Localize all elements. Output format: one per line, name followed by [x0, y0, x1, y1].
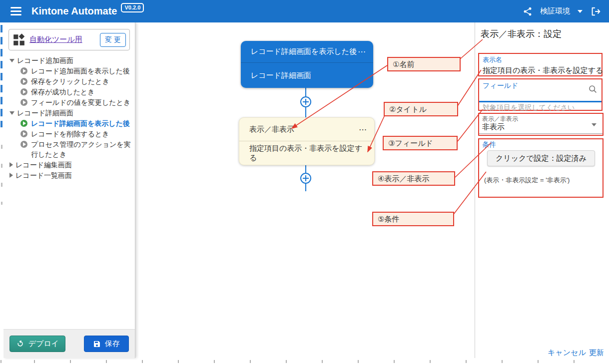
flow-node-body: レコード詳細画面	[241, 63, 373, 88]
app-grid-icon	[12, 33, 25, 46]
top-bar: Kintone Automate V0.2.0 検証環境	[0, 0, 609, 22]
play-icon	[20, 141, 27, 148]
focus-underline	[479, 101, 602, 102]
display-name-label: 表示名	[483, 55, 602, 64]
field-select-placeholder: 対象項目を選択してください	[483, 103, 575, 112]
save-button[interactable]: 保存	[84, 336, 129, 352]
change-app-button[interactable]: 変 更	[100, 33, 126, 47]
field-select-input[interactable]: フィールド 対象項目を選択してください	[478, 78, 603, 111]
search-icon[interactable]	[588, 84, 598, 96]
flow-node-header: 表示／非表示 ⋯	[239, 118, 374, 141]
display-name-value: 指定項目の表示・非表示を設定する	[483, 66, 602, 75]
sync-icon	[16, 340, 24, 348]
tree-group-record-detail[interactable]: レコード詳細画面	[3, 108, 135, 118]
scroll-markers-gray	[1, 145, 2, 205]
flow-node-header: レコード詳細画面を表示した後 ⋯	[241, 41, 373, 63]
display-name-field[interactable]: 表示名 指定項目の表示・非表示を設定する	[478, 53, 603, 76]
condition-summary: (表示・非表示設定 = '非表示')	[484, 176, 570, 185]
update-button[interactable]: 更新	[589, 348, 604, 358]
condition-configure-button[interactable]: クリックで設定：設定済み	[487, 150, 595, 166]
add-step-button[interactable]	[300, 96, 311, 107]
annotation-label-title: ②タイトル	[384, 102, 458, 116]
app-title: Kintone Automate	[31, 5, 117, 17]
play-icon	[20, 120, 27, 127]
play-icon	[20, 130, 27, 137]
annotation-label-field: ③フィールド	[383, 136, 458, 150]
tree-item-after-add-screen-shown[interactable]: レコード追加画面を表示した後	[3, 66, 135, 76]
play-icon	[20, 99, 27, 106]
tree-item-on-save-click[interactable]: 保存をクリックしたとき	[3, 76, 135, 87]
add-step-button[interactable]	[300, 173, 311, 184]
node-menu-icon[interactable]: ⋯	[359, 125, 367, 134]
select-underline	[479, 133, 603, 134]
app-name-link[interactable]: 自動化ツール用	[29, 35, 100, 44]
field-select-label: フィールド	[483, 81, 518, 90]
app-card: 自動化ツール用 変 更	[8, 29, 130, 50]
tree-item-on-process-action[interactable]: プロセス管理のアクションを実行したとき	[3, 139, 135, 160]
chevron-down-icon[interactable]	[592, 123, 597, 126]
annotation-label-condition: ⑤条件	[372, 212, 454, 226]
environment-label[interactable]: 検証環境	[540, 6, 570, 16]
tree-item-after-detail-screen-shown[interactable]: レコード詳細画面を表示した後	[3, 118, 135, 129]
flow-node-body: 指定項目の表示・非表示を設定する	[239, 141, 374, 165]
deploy-button[interactable]: デプロイ	[9, 336, 65, 352]
play-icon	[20, 88, 27, 95]
panel-title: 表示／非表示：設定	[481, 28, 562, 40]
chevron-down-icon[interactable]	[578, 10, 583, 13]
sidebar: 自動化ツール用 変 更 レコード追加画面 レコード追加画面を表示した後 保存をク…	[3, 22, 135, 358]
chevron-down-icon	[9, 111, 14, 115]
condition-field: 条件 クリックで設定：設定済み (表示・非表示設定 = '非表示')	[478, 138, 604, 198]
flow-node-trigger[interactable]: レコード詳細画面を表示した後 ⋯ レコード詳細画面	[241, 41, 373, 88]
menu-icon[interactable]	[10, 5, 21, 17]
visibility-value: 非表示	[482, 122, 505, 132]
play-icon	[20, 67, 27, 74]
tree-group-record-add[interactable]: レコード追加画面	[3, 55, 135, 66]
app-window: Kintone Automate V0.2.0 検証環境 自動化ツール用 変 更	[0, 0, 609, 364]
chevron-down-icon	[9, 59, 14, 62]
left-scroll-strip[interactable]	[0, 22, 3, 364]
node-menu-icon[interactable]: ⋯	[358, 47, 366, 56]
tree-item-on-record-delete[interactable]: レコードを削除するとき	[3, 129, 135, 139]
chevron-right-icon	[9, 162, 13, 167]
bottom-ruler-ticks	[0, 360, 609, 363]
tree-item-on-save-success[interactable]: 保存が成功したとき	[3, 87, 135, 97]
annotation-label-visibility: ④表示／非表示	[372, 171, 455, 186]
sidebar-footer: デプロイ 保存	[3, 329, 135, 358]
tree-item-on-field-change[interactable]: フィールドの値を変更したとき	[3, 97, 135, 108]
tree-group-record-list[interactable]: レコード一覧画面	[3, 170, 135, 181]
logout-icon[interactable]	[590, 6, 601, 17]
annotation-label-name: ①名前	[387, 57, 461, 71]
topbar-right: 検証環境	[523, 6, 601, 17]
cancel-button[interactable]: キャンセル	[548, 348, 586, 358]
visibility-select[interactable]: 表示／非表示 非表示	[478, 113, 604, 136]
version-badge: V0.2.0	[121, 3, 144, 12]
play-icon	[20, 78, 27, 85]
condition-label: 条件	[482, 140, 496, 149]
share-icon[interactable]	[523, 6, 533, 16]
flow-node-action[interactable]: 表示／非表示 ⋯ 指定項目の表示・非表示を設定する	[239, 117, 375, 165]
tree-group-record-edit[interactable]: レコード編集画面	[3, 160, 135, 170]
chevron-right-icon	[9, 173, 13, 178]
event-tree: レコード追加画面 レコード追加画面を表示した後 保存をクリックしたとき 保存が成…	[3, 53, 135, 329]
scroll-markers-blue	[0, 25, 2, 127]
floppy-disk-icon	[93, 340, 101, 348]
